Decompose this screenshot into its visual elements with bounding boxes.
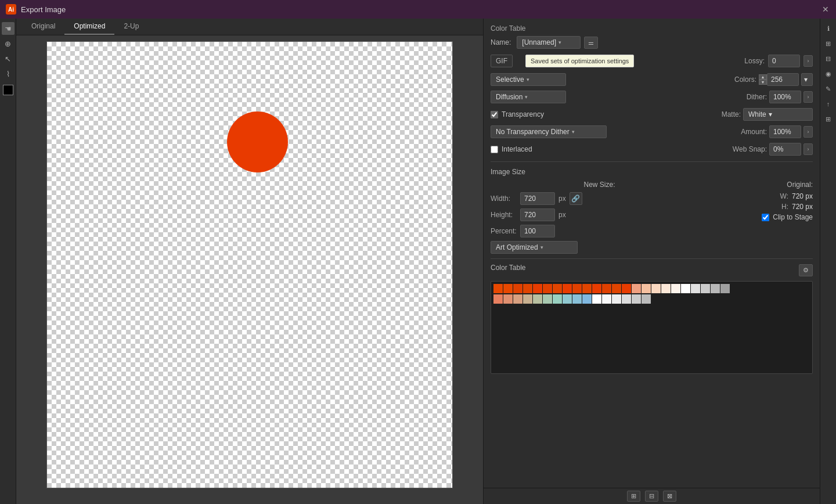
- width-input[interactable]: [520, 192, 555, 205]
- color-swatch-cell[interactable]: [513, 294, 522, 304]
- lossy-value[interactable]: 0: [768, 55, 800, 67]
- dither-mode-dropdown[interactable]: Diffusion ▾: [491, 91, 566, 103]
- color-swatch-cell[interactable]: [602, 284, 611, 293]
- color-swatch-cell[interactable]: [720, 284, 730, 293]
- matte-dropdown[interactable]: White ▾: [743, 108, 813, 121]
- preset-dropdown[interactable]: [Unnamed] ▾: [517, 36, 581, 49]
- width-label: Width:: [491, 195, 517, 203]
- eyedropper-tool-button[interactable]: ⌇: [2, 67, 15, 80]
- color-swatch-cell[interactable]: [612, 294, 621, 304]
- dither-amount-arrow-button[interactable]: ›: [803, 91, 813, 103]
- color-swatch-cell[interactable]: [533, 284, 542, 293]
- color-swatch-cell[interactable]: [622, 284, 631, 293]
- transparency-dither-dropdown[interactable]: No Transparency Dither ▾: [491, 125, 607, 138]
- side-properties-button[interactable]: ⊟: [822, 52, 835, 65]
- clip-to-stage-checkbox[interactable]: [762, 214, 769, 221]
- color-swatch-cell[interactable]: [553, 294, 562, 304]
- bottom-bar: ⊞ ⊟ ⊠: [484, 488, 820, 504]
- dither-amount-value[interactable]: 100%: [769, 91, 801, 103]
- side-stats-button[interactable]: ↑: [822, 98, 835, 110]
- colors-type-dropdown[interactable]: ▾: [801, 73, 813, 86]
- color-swatch-cell[interactable]: [651, 284, 661, 293]
- height-input[interactable]: [520, 208, 555, 221]
- tab-optimized[interactable]: Optimized: [64, 19, 114, 35]
- bottom-option-2[interactable]: ⊟: [645, 491, 658, 502]
- matte-value: White: [748, 110, 766, 118]
- color-swatch-cell[interactable]: [642, 284, 651, 293]
- color-swatch-cell[interactable]: [493, 284, 503, 293]
- preset-options-button[interactable]: ⚌: [584, 37, 598, 49]
- colors-stepper[interactable]: ▲ ▼: [759, 74, 767, 85]
- web-snap-arrow-button[interactable]: ›: [803, 143, 813, 155]
- color-swatch-cell[interactable]: [671, 284, 680, 293]
- transparency-label[interactable]: Transparency: [502, 110, 544, 118]
- color-swatch-cell[interactable]: [602, 294, 611, 304]
- lossy-arrow-button[interactable]: ›: [803, 55, 813, 67]
- color-swatch-cell[interactable]: [681, 284, 690, 293]
- color-swatch-cell[interactable]: [701, 284, 710, 293]
- select-tool-button[interactable]: ↖: [2, 52, 15, 65]
- color-swatch-cell[interactable]: [612, 284, 621, 293]
- web-snap-value[interactable]: 0%: [769, 143, 801, 156]
- amount-arrow-button[interactable]: ›: [803, 126, 813, 138]
- clip-to-stage-label[interactable]: Clip to Stage: [773, 213, 813, 221]
- color-swatch-cell[interactable]: [563, 294, 572, 304]
- color-swatch-cell[interactable]: [553, 284, 562, 293]
- original-size-col: Original: W: 720 px H: 720 px Clip to St…: [726, 181, 813, 254]
- color-swatch-cell[interactable]: [533, 294, 542, 304]
- colors-up-button[interactable]: ▲: [759, 74, 767, 80]
- tab-original[interactable]: Original: [22, 19, 64, 35]
- color-swatch-cell[interactable]: [543, 284, 552, 293]
- color-table-options-button[interactable]: ⚙: [799, 264, 813, 276]
- transparency-checkbox[interactable]: [491, 111, 498, 118]
- link-aspect-ratio-button[interactable]: 🔗: [570, 192, 582, 205]
- color-swatch-cell[interactable]: [691, 284, 700, 293]
- bottom-option-1[interactable]: ⊞: [627, 491, 640, 502]
- zoom-tool-button[interactable]: ⊕: [2, 37, 15, 50]
- side-grid-button[interactable]: ⊞: [822, 113, 835, 125]
- color-swatch-cell[interactable]: [563, 284, 572, 293]
- close-button[interactable]: ✕: [821, 5, 830, 14]
- color-swatch-cell[interactable]: [582, 294, 592, 304]
- algorithm-dropdown[interactable]: Art Optimized ▾: [491, 241, 578, 254]
- bottom-option-3[interactable]: ⊠: [663, 491, 676, 502]
- side-color-button[interactable]: ◉: [822, 67, 835, 80]
- clip-to-stage-row: Clip to Stage: [726, 213, 813, 221]
- color-swatch-cell[interactable]: [632, 294, 641, 304]
- interlaced-checkbox[interactable]: [491, 146, 498, 153]
- color-swatch-cell[interactable]: [513, 284, 522, 293]
- side-layers-button[interactable]: ⊞: [822, 37, 835, 50]
- color-swatch-cell[interactable]: [523, 294, 532, 304]
- format-label[interactable]: GIF: [491, 55, 513, 67]
- color-swatch-cell[interactable]: [661, 284, 671, 293]
- color-swatch-cell[interactable]: [503, 294, 513, 304]
- color-swatch-cell[interactable]: [632, 284, 641, 293]
- percent-input[interactable]: [520, 225, 555, 237]
- color-swatch-cell[interactable]: [523, 284, 532, 293]
- color-swatch-cell[interactable]: [572, 294, 582, 304]
- orange-circle-object: [227, 111, 288, 172]
- color-swatch-cell[interactable]: [592, 294, 601, 304]
- side-brush-button[interactable]: ✎: [822, 82, 835, 95]
- color-swatch-cell[interactable]: [572, 284, 582, 293]
- colors-down-button[interactable]: ▼: [759, 80, 767, 85]
- dither-mode-chevron-icon: ▾: [525, 94, 528, 100]
- amount-value[interactable]: 100%: [769, 125, 801, 138]
- color-mode-dropdown[interactable]: Selective ▾: [491, 73, 566, 86]
- side-info-button[interactable]: ℹ: [822, 22, 835, 35]
- hand-tool-button[interactable]: ☚: [2, 22, 15, 35]
- color-swatch-cell[interactable]: [493, 294, 503, 304]
- foreground-color-swatch[interactable]: [3, 85, 13, 95]
- interlaced-label[interactable]: Interlaced: [502, 145, 532, 153]
- canvas-viewport[interactable]: [16, 35, 483, 504]
- tab-2up[interactable]: 2-Up: [114, 19, 148, 35]
- color-swatch-cell[interactable]: [711, 284, 720, 293]
- color-swatch-cell[interactable]: [582, 284, 592, 293]
- percent-row: Percent:: [491, 225, 708, 237]
- colors-value[interactable]: 256: [767, 73, 799, 86]
- color-swatch-cell[interactable]: [543, 294, 552, 304]
- color-swatch-cell[interactable]: [622, 294, 631, 304]
- color-swatch-cell[interactable]: [642, 294, 651, 304]
- color-swatch-cell[interactable]: [592, 284, 601, 293]
- color-swatch-cell[interactable]: [503, 284, 513, 293]
